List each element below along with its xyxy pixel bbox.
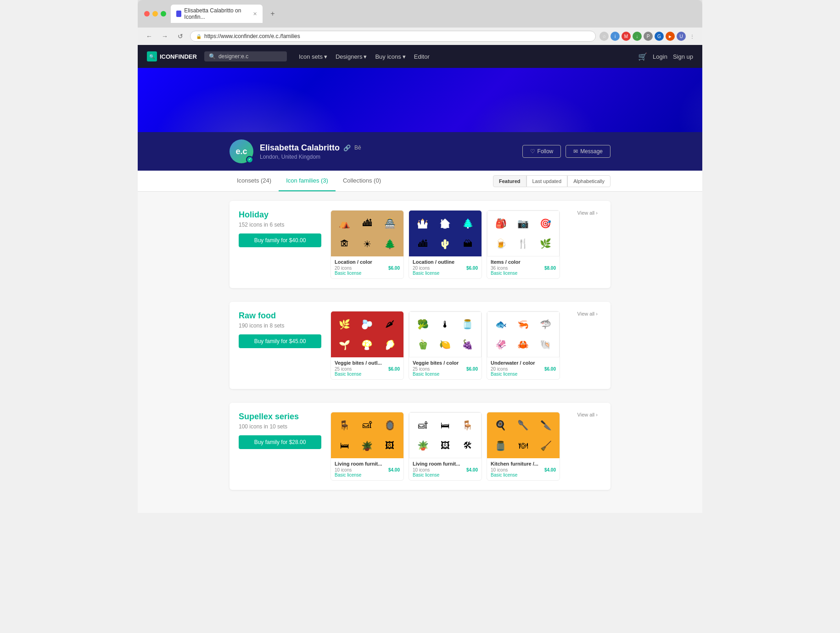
address-bar[interactable]: 🔒 https://www.iconfinder.com/e.c./famili… xyxy=(190,31,596,42)
tab-close-icon[interactable]: ✕ xyxy=(253,11,257,17)
card-supellex-living-1[interactable]: 🪑 🛋 🪞 🛏 🪴 🖼 Living room furnit... xyxy=(330,412,404,481)
tab-iconsets[interactable]: Iconsets (24) xyxy=(230,171,279,191)
thumb-icon-l3: 🪞 xyxy=(384,420,396,431)
address-lock-icon: 🔒 xyxy=(196,34,202,39)
card-holiday-items-color[interactable]: 🎒 📷 🎯 🍺 🍴 🌿 Items / color 36 icon xyxy=(487,210,560,279)
nav-editor[interactable]: Editor xyxy=(414,53,430,60)
view-all-rawfood[interactable]: View all › xyxy=(574,311,601,316)
buy-holiday-button[interactable]: Buy family for $40.00 xyxy=(239,233,321,247)
profile-link-icon[interactable]: 🔗 xyxy=(343,144,351,151)
family-header-holiday: Holiday 152 icons in 6 sets Buy family f… xyxy=(239,210,601,279)
extension-icon-5[interactable]: G xyxy=(655,32,664,41)
thumb-icon-i5: 🍴 xyxy=(517,238,529,249)
card-rawfood-veggie-outline[interactable]: 🌿 🫐 🌶 🌱 🍄 🥬 Veggie bites / outl... xyxy=(330,311,404,380)
nav-buy-icons-arrow: ▾ xyxy=(403,53,406,60)
thumb-icon-v1: 🌿 xyxy=(339,319,350,330)
family-name-rawfood: Raw food xyxy=(239,311,321,321)
thumb-icon-u4: 🦑 xyxy=(495,339,507,350)
avatar: e.c ✓ xyxy=(230,139,253,163)
thumb-icon-k3: 🔪 xyxy=(540,420,552,431)
new-tab-button[interactable]: + xyxy=(267,8,278,19)
card-count-holiday-3: 36 icons xyxy=(491,266,508,271)
thumb-icon-5: ☀ xyxy=(363,239,371,250)
thumb-icon-o4: 🏙 xyxy=(418,239,427,249)
message-button[interactable]: ✉ Message xyxy=(566,145,610,158)
back-button[interactable]: ← xyxy=(143,30,155,42)
family-meta-rawfood: Raw food 190 icons in 8 sets Buy family … xyxy=(239,311,321,348)
thumb-icon-i4: 🍺 xyxy=(495,238,507,249)
thumb-icon-2: 🏙 xyxy=(363,218,372,228)
extension-icon-2[interactable]: M xyxy=(622,32,631,41)
extension-icon-1[interactable]: i xyxy=(610,32,620,41)
menu-icon[interactable]: ⋮ xyxy=(688,32,697,41)
tab-collections[interactable]: Collections (0) xyxy=(336,171,388,191)
maximize-window-button[interactable] xyxy=(161,11,166,17)
nav-designers-arrow: ▾ xyxy=(364,53,367,60)
profile-icon[interactable]: U xyxy=(677,32,686,41)
card-license-holiday-2: Basic license xyxy=(413,271,478,276)
card-license-rawfood-2: Basic license xyxy=(413,372,478,377)
logo-area[interactable]: 🔍 ICONFINDER xyxy=(147,51,197,61)
signup-button[interactable]: Sign up xyxy=(673,53,693,60)
cart-icon[interactable]: 🛒 xyxy=(638,52,647,61)
nav-iconsets[interactable]: Icon sets ▾ xyxy=(299,53,327,60)
thumb-icon-i2: 📷 xyxy=(517,218,529,229)
card-meta-supellex-2: 10 icons $4.00 xyxy=(413,467,478,472)
refresh-button[interactable]: ↺ xyxy=(174,30,186,42)
card-info-rawfood-2: Veggie bites / color 25 icons $6.00 Basi… xyxy=(409,357,482,379)
profile-section: e.c ✓ Elisabetta Calabritto 🔗 Bē London,… xyxy=(138,132,702,171)
nav-buy-icons[interactable]: Buy icons ▾ xyxy=(375,53,405,60)
view-all-supellex-text: View all › xyxy=(577,412,598,417)
follow-button[interactable]: ♡ Follow xyxy=(522,145,561,158)
nav-iconsets-arrow: ▾ xyxy=(324,53,327,60)
forward-button[interactable]: → xyxy=(159,30,171,42)
card-count-rawfood-1: 25 icons xyxy=(335,366,352,372)
extension-icon-6[interactable]: ► xyxy=(666,32,675,41)
tab-icon-families[interactable]: Icon families (3) xyxy=(279,171,336,191)
family-grid-rawfood: 🌿 🫐 🌶 🌱 🍄 🥬 Veggie bites / outl... xyxy=(330,311,565,380)
extension-icon-3[interactable]: ↓ xyxy=(633,32,642,41)
site-header: 🔍 ICONFINDER 🔍 designer:e.c Icon sets ▾ … xyxy=(138,45,702,68)
profile-be-link[interactable]: Bē xyxy=(354,144,361,151)
thumb-icon-o2: 🏠 xyxy=(439,218,451,229)
card-meta-supellex-1: 10 icons $4.00 xyxy=(335,467,400,472)
browser-tab[interactable]: Elisabetta Calabritto on Iconfin... ✕ xyxy=(171,5,263,23)
tab-favicon xyxy=(176,11,181,17)
sort-alphabetically-button[interactable]: Alphabetically xyxy=(567,175,610,187)
thumb-icon-i1: 🎒 xyxy=(495,218,507,229)
card-meta-supellex-3: 10 icons $4.00 xyxy=(491,467,556,472)
sort-last-updated-button[interactable]: Last updated xyxy=(526,175,568,187)
card-holiday-location-outline[interactable]: 🏰 🏠 🌲 🏙 🌵 🏔 Location / outline 20 xyxy=(409,210,482,279)
family-count-rawfood: 190 icons in 8 sets xyxy=(239,322,321,329)
nav-designers[interactable]: Designers ▾ xyxy=(336,53,367,60)
thumb-icon-k5: 🍽 xyxy=(519,440,528,451)
close-window-button[interactable] xyxy=(144,11,150,17)
window-controls[interactable] xyxy=(144,11,166,17)
card-supellex-kitchen[interactable]: 🍳 🥄 🔪 🫙 🍽 🧹 Kitchen furniture /... xyxy=(487,412,560,481)
buy-rawfood-button[interactable]: Buy family for $45.00 xyxy=(239,334,321,348)
extension-icon-4[interactable]: P xyxy=(644,32,653,41)
card-holiday-location-color[interactable]: ⛺ 🏙 🏯 🏚 ☀ 🌲 Location / color 20 ico xyxy=(330,210,404,279)
minimize-window-button[interactable] xyxy=(152,11,158,17)
card-rawfood-veggie-color[interactable]: 🥦 🌡 🫙 🫑 🍋 🍇 Veggie bites / color xyxy=(409,311,482,380)
thumb-icon-u1: 🐟 xyxy=(495,319,507,330)
card-title-supellex-1: Living room furnit... xyxy=(335,461,400,466)
login-button[interactable]: Login xyxy=(653,53,667,60)
view-all-holiday[interactable]: View all › xyxy=(574,210,601,216)
header-search-bar[interactable]: 🔍 designer:e.c xyxy=(204,51,287,61)
main-content: Holiday 152 icons in 6 sets Buy family f… xyxy=(138,192,702,513)
thumb-icon-i3: 🎯 xyxy=(540,218,551,229)
card-rawfood-underwater[interactable]: 🐟 🦐 🦈 🦑 🦀 🐚 Underwater / color 20 xyxy=(487,311,560,380)
card-price-rawfood-1: $6.00 xyxy=(388,366,400,372)
thumb-icon-lc4: 🪴 xyxy=(417,440,429,451)
site-wrapper: 🔍 ICONFINDER 🔍 designer:e.c Icon sets ▾ … xyxy=(138,45,702,513)
sort-featured-button[interactable]: Featured xyxy=(493,175,526,187)
view-all-supellex[interactable]: View all › xyxy=(574,412,601,417)
card-title-supellex-3: Kitchen furniture /... xyxy=(491,461,556,466)
view-all-holiday-text: View all › xyxy=(577,210,598,216)
thumb-icon-v4: 🌱 xyxy=(339,339,350,350)
card-supellex-living-2[interactable]: 🛋 🛏 🪑 🪴 🖼 🛠 Living room furnit... xyxy=(409,412,482,481)
buy-supellex-button[interactable]: Buy family for $28.00 xyxy=(239,435,321,449)
bookmark-icon[interactable]: ☆ xyxy=(599,32,609,41)
card-price-holiday-1: $6.00 xyxy=(388,266,400,271)
